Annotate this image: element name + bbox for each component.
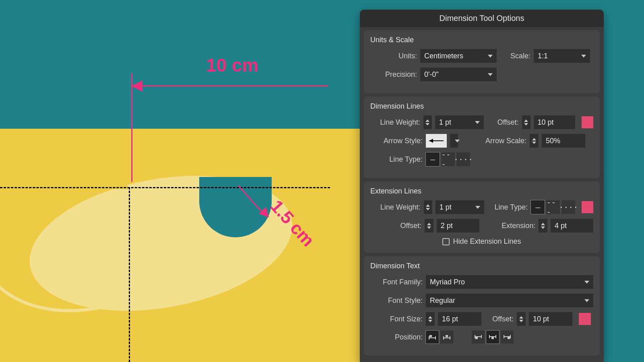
hide-extension-checkbox[interactable] (442, 238, 450, 245)
hide-extension-label: Hide Extension Lines (453, 237, 521, 246)
line-dashed-button[interactable]: --- (546, 200, 560, 214)
line-weight-select[interactable]: 1 pt (435, 115, 484, 129)
text-color-swatch[interactable] (579, 313, 591, 325)
hide-extension-lines-row: Hide Extension Lines (370, 237, 593, 246)
pos-icon (503, 334, 511, 340)
ext-offset-label: Offset: (370, 222, 421, 230)
dim-offset-stepper[interactable] (522, 115, 530, 129)
font-size-input[interactable]: 16 pt (438, 312, 481, 326)
dim-line-type-group: — --- ···· (426, 152, 470, 166)
font-size-value: 16 pt (442, 315, 458, 323)
text-offset-value: 10 pt (533, 315, 549, 323)
arrow-scale-value: 50% (546, 137, 560, 145)
units-select[interactable]: Centimeters (420, 49, 497, 63)
ext-weight-value: 1 pt (440, 203, 452, 212)
dim-line-color-swatch[interactable] (582, 116, 593, 128)
dimension-label-10cm[interactable]: 10 cm (206, 54, 258, 76)
arrow-scale-label: Arrow Scale: (477, 137, 526, 145)
text-offset-input[interactable]: 10 pt (529, 312, 572, 326)
v-pos-right-button[interactable] (501, 331, 514, 343)
ext-line-type-group: — --- ···· (531, 200, 575, 214)
ext-extension-label: Extension: (494, 222, 536, 230)
line-solid-button[interactable]: — (531, 200, 545, 214)
units-value: Centimeters (424, 52, 463, 60)
ext-weight-select[interactable]: 1 pt (436, 200, 485, 214)
section-dimension-lines: Dimension Lines Line Weight: 1 pt Offset… (364, 97, 600, 178)
ext-extension-input[interactable]: 4 pt (551, 219, 593, 232)
dim-offset-value: 10 pt (538, 118, 554, 127)
line-dashed-button[interactable]: --- (441, 152, 455, 166)
svg-rect-2 (475, 337, 478, 339)
ext-offset-stepper[interactable] (425, 219, 433, 232)
dimension-tool-options-panel: Dimension Tool Options Units & Scale Uni… (360, 10, 604, 362)
dimension-line-horizontal[interactable] (131, 85, 328, 86)
guideline-horizontal (0, 187, 330, 188)
v-pos-center-button[interactable] (486, 331, 499, 343)
scale-label: Scale: (507, 52, 530, 60)
svg-rect-1 (446, 335, 448, 337)
ext-line-type-label: Line Type: (491, 203, 528, 212)
scale-select[interactable]: 1:1 (534, 49, 590, 63)
precision-label: Precision: (370, 70, 417, 79)
section-extension-lines: Extension Lines Line Weight: 1 pt Line T… (364, 181, 600, 253)
ext-line-weight-label: Line Weight: (370, 203, 421, 212)
h-pos-center-button[interactable] (440, 331, 453, 343)
line-weight-value: 1 pt (439, 118, 451, 127)
ext-line-color-swatch[interactable] (582, 201, 593, 213)
arrow-scale-stepper[interactable] (530, 134, 539, 148)
line-type-label: Line Type: (370, 155, 423, 164)
arrow-style-preview[interactable] (426, 134, 447, 148)
section-dimension-text: Dimension Text Font Family: Myriad Pro F… (364, 256, 600, 356)
arrow-scale-input[interactable]: 50% (542, 134, 585, 148)
h-pos-left-button[interactable] (426, 331, 439, 343)
svg-rect-4 (508, 337, 510, 339)
section-title: Units & Scale (370, 36, 593, 44)
dim-offset-input[interactable]: 10 pt (534, 115, 576, 129)
scale-value: 1:1 (538, 52, 548, 60)
ext-offset-input[interactable]: 2 pt (437, 219, 479, 232)
font-style-value: Regular (430, 296, 455, 305)
ext-extension-value: 4 pt (555, 222, 567, 230)
section-title: Dimension Text (370, 262, 593, 270)
svg-rect-0 (429, 335, 432, 337)
h-position-group (426, 331, 453, 343)
precision-select[interactable]: 0'-0" (420, 68, 497, 81)
font-size-label: Font Size: (370, 315, 423, 323)
text-offset-stepper[interactable] (517, 312, 526, 326)
units-label: Units: (370, 52, 417, 60)
font-family-value: Myriad Pro (430, 278, 465, 286)
font-style-label: Font Style: (370, 296, 423, 305)
arrow-left-line-icon (428, 138, 444, 143)
guideline-vertical (129, 187, 130, 362)
font-family-label: Font Family: (370, 278, 423, 286)
section-title: Dimension Lines (370, 102, 593, 111)
arrow-left-icon (131, 80, 142, 92)
line-solid-button[interactable]: — (426, 152, 440, 166)
font-style-select[interactable]: Regular (426, 294, 593, 307)
precision-value: 0'-0" (424, 70, 439, 79)
pos-icon (428, 334, 436, 340)
section-units-scale: Units & Scale Units: Centimeters Scale: … (364, 30, 600, 93)
ext-weight-stepper[interactable] (424, 200, 432, 214)
arrow-style-label: Arrow Style: (370, 137, 423, 145)
text-offset-label: Offset: (487, 315, 514, 323)
ext-offset-value: 2 pt (441, 222, 453, 230)
ext-extension-stepper[interactable] (539, 219, 547, 232)
position-label: Position: (370, 333, 423, 341)
v-position-group (472, 331, 514, 343)
line-weight-stepper[interactable] (423, 115, 432, 129)
line-dotted-button[interactable]: ···· (456, 152, 470, 166)
pos-icon (474, 334, 482, 340)
section-title: Extension Lines (370, 187, 593, 195)
font-family-select[interactable]: Myriad Pro (426, 275, 593, 289)
svg-rect-3 (491, 337, 494, 339)
font-size-stepper[interactable] (426, 312, 435, 326)
line-dotted-button[interactable]: ···· (561, 200, 575, 214)
line-weight-label: Line Weight: (370, 118, 420, 127)
v-pos-left-button[interactable] (472, 331, 485, 343)
offset-label: Offset: (491, 118, 519, 127)
panel-title: Dimension Tool Options (360, 10, 604, 27)
pos-icon (489, 334, 497, 340)
pos-icon (443, 334, 451, 340)
arrow-style-select[interactable] (450, 134, 458, 148)
